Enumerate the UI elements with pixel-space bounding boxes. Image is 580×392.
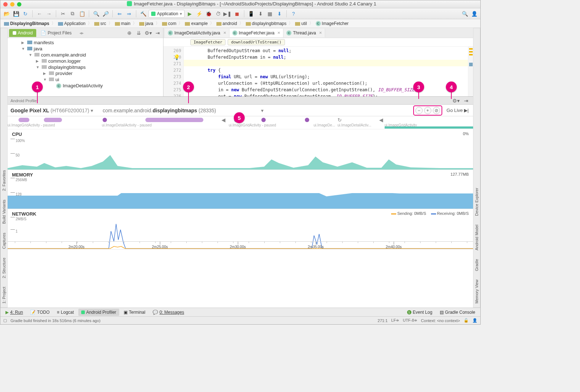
close-icon[interactable]: ✕ (277, 31, 280, 35)
breadcrumb-item[interactable]: DisplayingBitmaps (3, 21, 51, 26)
save-icon[interactable]: 💾 (12, 10, 20, 18)
memory-chart[interactable]: MEMORY 127.77MB 256MB 128 (8, 170, 473, 209)
layout-icon[interactable]: ▦ (266, 10, 274, 18)
tree-row[interactable]: ▶ manifests (8, 39, 163, 46)
tool-window-tab[interactable]: Android Model (473, 222, 480, 253)
profile-icon[interactable]: ⏱ (214, 10, 222, 18)
tree-row[interactable]: C ImageDetailActivity (8, 83, 163, 89)
run-configuration[interactable]: Application ▾ (149, 10, 185, 18)
breadcrumb-item[interactable]: android (215, 21, 239, 26)
tree-row[interactable]: ▶ provider (8, 70, 163, 76)
editor-class-crumb[interactable]: ImageFetcher (190, 39, 225, 45)
tool-window-tab[interactable]: Memory View (473, 278, 480, 306)
redo-icon[interactable]: → (45, 10, 53, 18)
breadcrumb-item[interactable]: Application (57, 21, 87, 26)
forward-icon[interactable]: ⇒ (125, 10, 133, 18)
run-icon[interactable]: ▶ (186, 10, 194, 18)
close-icon[interactable]: ✕ (319, 31, 322, 35)
theme-icon[interactable]: ⬇ (276, 10, 283, 18)
zoom-out-icon[interactable]: − (415, 107, 423, 114)
gear-icon[interactable]: ⚙▾ (452, 97, 460, 105)
avd-icon[interactable]: 📱 (247, 10, 255, 18)
project-tab-files[interactable]: 📄 Project Files (37, 29, 75, 37)
tool-tab-terminal[interactable]: ▣ Terminal (121, 309, 148, 316)
error-stripe[interactable] (468, 47, 473, 96)
breadcrumb-item[interactable]: main (113, 21, 132, 26)
hide-icon[interactable]: ⇥ (154, 29, 162, 37)
close-icon[interactable]: ✕ (223, 31, 226, 35)
tool-window-tab[interactable]: Gradle (473, 257, 480, 273)
editor-body[interactable]: 269270271272273274275276277 💡 BufferedOu… (163, 47, 473, 96)
tool-tab-logcat[interactable]: ≡ Logcat (54, 309, 77, 316)
stop-icon[interactable]: ◼ (233, 10, 241, 18)
close-window[interactable] (3, 2, 8, 7)
hector-icon[interactable]: 👤 (472, 318, 477, 323)
tree-row[interactable]: ▼ displayingbitmaps (8, 64, 163, 70)
tool-window-tab[interactable]: 2: Favorites (1, 168, 7, 193)
tool-tab-run[interactable]: ▶ 4: Run (3, 309, 26, 316)
tool-window-tab[interactable]: 2: Structure (1, 255, 7, 280)
tree-row[interactable]: ▼ ui (8, 76, 163, 83)
replace-icon[interactable]: 🔎 (102, 10, 109, 18)
breadcrumb-item[interactable]: java (138, 21, 155, 26)
sdk-icon[interactable]: ⬇ (257, 10, 265, 18)
cpu-chart[interactable]: CPU 0% 100% 50 (8, 129, 473, 170)
breadcrumb-item[interactable]: com (161, 21, 178, 26)
debug-icon[interactable]: 🐞 (205, 10, 213, 18)
back-icon[interactable]: ⇐ (116, 10, 124, 18)
breadcrumb-item[interactable]: src (93, 21, 108, 26)
code-area[interactable]: 💡 BufferedOutputStream out = null; Buffe… (184, 47, 468, 96)
tool-tab-profiler[interactable]: Android Profiler (78, 309, 119, 316)
tool-tab-todo[interactable]: 📝 TODO (27, 309, 52, 316)
tool-window-tab[interactable]: 1: Project (1, 285, 7, 306)
line-separator[interactable]: LF≑ (391, 318, 399, 323)
find-icon[interactable]: 🔍 (92, 10, 100, 18)
tree-row[interactable]: ▼ com.example.android (8, 52, 163, 58)
breadcrumb-item[interactable]: displayingbitmaps (244, 21, 288, 26)
editor-tab[interactable]: C ImageDetailActivity.java ✕ (165, 29, 229, 37)
tool-window-tab[interactable]: Captures (1, 230, 7, 251)
lightbulb-icon[interactable]: 💡 (174, 54, 180, 61)
editor-tab[interactable]: C ImageFetcher.java ✕ (229, 29, 284, 37)
open-icon[interactable]: 📂 (3, 10, 11, 18)
scroll-from-source-icon[interactable]: ⊕ (125, 29, 133, 37)
breadcrumb-item[interactable]: C ImageFetcher (314, 21, 350, 26)
copy-icon[interactable]: ⧉ (69, 10, 76, 18)
tool-window-tab[interactable]: Device Explorer (473, 185, 480, 218)
breadcrumb-item[interactable]: util (294, 21, 308, 26)
apply-changes-icon[interactable]: ⚡ (195, 10, 203, 18)
encoding[interactable]: UTF-8≑ (403, 318, 417, 323)
account-icon[interactable]: 👤 (470, 10, 478, 18)
zoom-in-icon[interactable]: + (424, 107, 431, 114)
context[interactable]: Context: <no context> (421, 318, 460, 323)
lock-icon[interactable]: 🔓 (464, 318, 469, 323)
help-icon[interactable]: ? (290, 10, 298, 18)
tree-row[interactable]: ▶ common.logger (8, 58, 163, 64)
go-live-button[interactable]: Go Live ▶| (445, 108, 470, 113)
tree-row[interactable]: ▼ java (8, 46, 163, 52)
zoom-fit-icon[interactable]: ⊘ (433, 107, 440, 114)
hide-icon[interactable]: ⇥ (462, 97, 470, 105)
editor-method-crumb[interactable]: downloadUrlToStream() (228, 39, 285, 45)
attach-icon[interactable]: ▶❚ (224, 10, 232, 18)
project-tree[interactable]: ▶ manifests▼ java▼ com.example.android▶ … (8, 38, 163, 96)
project-tab-android[interactable]: Android (9, 29, 36, 37)
project-tab-more[interactable]: ◂▸ (76, 29, 87, 37)
gear-icon[interactable]: ⚙▾ (144, 29, 152, 37)
tool-tab-messages[interactable]: 💬 0: Messages (150, 309, 187, 316)
status-icon[interactable]: ▢ (3, 318, 7, 323)
minimize-window[interactable] (10, 2, 14, 7)
editor-tab[interactable]: C Thread.java ✕ (283, 29, 325, 37)
search-everywhere-icon[interactable]: 🔍 (461, 10, 469, 18)
paste-icon[interactable]: 📋 (78, 10, 86, 18)
cut-icon[interactable]: ✂ (59, 10, 67, 18)
tool-window-tab[interactable]: Build Variants (1, 197, 7, 226)
undo-icon[interactable]: ← (36, 10, 44, 18)
maximize-window[interactable] (17, 2, 21, 7)
sync-icon[interactable]: ↻ (21, 10, 29, 18)
tool-tab-event-log[interactable]: 1 Event Log (404, 309, 435, 316)
collapse-icon[interactable]: ⇊ (135, 29, 143, 37)
network-chart[interactable]: NETWORK Sending: 0MB/S Receiving: 0MB/S … (8, 209, 473, 250)
caret-position[interactable]: 271:1 (378, 318, 388, 323)
tool-tab-gradle-console[interactable]: ▤ Gradle Console (437, 309, 478, 316)
